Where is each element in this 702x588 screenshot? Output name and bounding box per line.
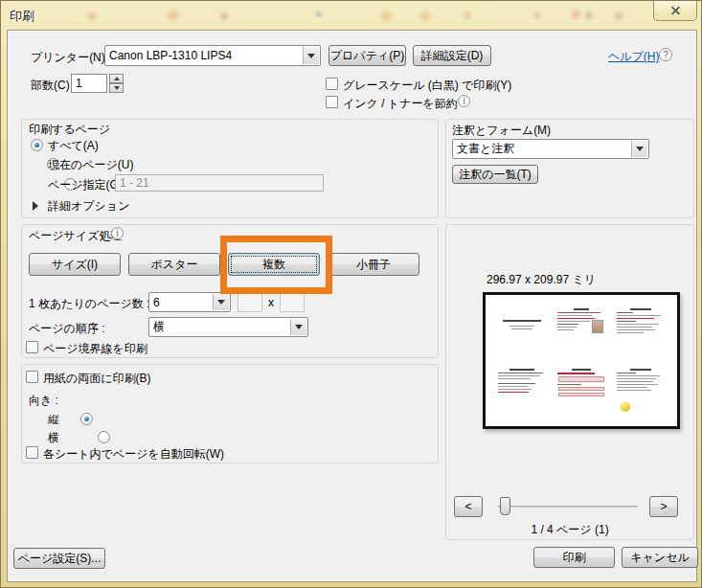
pages-per-sheet-arrow[interactable] bbox=[213, 294, 229, 310]
multiple-button[interactable]: 複数 bbox=[228, 253, 320, 276]
slide-smiley-icon bbox=[621, 402, 630, 412]
spinner-down-icon bbox=[114, 86, 120, 90]
preview-slider-thumb[interactable] bbox=[500, 497, 510, 515]
duplex-label: 用紙の両面に印刷(B) bbox=[43, 371, 151, 387]
ink-saver-label: インク / トナーを節約 bbox=[343, 96, 458, 112]
ink-saver-checkbox[interactable] bbox=[326, 96, 338, 108]
copies-spin-up[interactable] bbox=[109, 74, 124, 83]
page-order-select[interactable]: 横 bbox=[148, 317, 308, 337]
help-link[interactable]: ヘルプ(H) bbox=[608, 49, 660, 65]
preview-slide bbox=[555, 305, 608, 357]
radio-all-pages[interactable] bbox=[31, 139, 43, 151]
all-pages-label: すべて(A) bbox=[48, 138, 99, 154]
slide-photo bbox=[592, 320, 603, 333]
comments-forms-arrow[interactable] bbox=[631, 141, 647, 157]
pages-per-sheet-select[interactable]: 6 bbox=[148, 292, 231, 312]
page-border-label: ページ境界線を印刷 bbox=[43, 341, 147, 357]
preview-slide bbox=[495, 305, 549, 357]
advanced-settings-button[interactable]: 詳細設定(D) bbox=[413, 45, 491, 66]
expand-arrow-icon[interactable] bbox=[33, 201, 38, 211]
radio-landscape[interactable] bbox=[98, 431, 110, 443]
sizing-info-icon: i bbox=[111, 227, 124, 239]
page-border-checkbox[interactable] bbox=[26, 341, 38, 353]
more-options-label[interactable]: 詳細オプション bbox=[48, 198, 129, 215]
page-order-arrow[interactable] bbox=[290, 319, 306, 335]
printer-value: Canon LBP-1310 LIPS4 bbox=[105, 47, 302, 64]
properties-button[interactable]: プロパティ(P) bbox=[328, 45, 406, 66]
preview-slide bbox=[555, 365, 608, 418]
page-order-label: ページの順序 : bbox=[29, 321, 105, 337]
page-position-label: 1 / 4 ページ (1) bbox=[493, 522, 646, 538]
page-range-input[interactable] bbox=[115, 174, 324, 192]
page-order-value: 横 bbox=[149, 317, 289, 337]
cancel-button[interactable]: キャンセル bbox=[622, 547, 698, 568]
pages-per-sheet-value: 6 bbox=[149, 294, 212, 311]
preview-slide bbox=[495, 365, 549, 418]
grayscale-checkbox[interactable] bbox=[326, 78, 338, 90]
page-sizing-group bbox=[21, 224, 439, 358]
booklet-button[interactable]: 小冊子 bbox=[328, 253, 419, 276]
copies-spin-down[interactable] bbox=[109, 83, 124, 93]
times-label: x bbox=[268, 296, 274, 309]
info-icon: i bbox=[458, 95, 470, 107]
portrait-label: 縦 bbox=[48, 412, 59, 428]
custom-cols-input bbox=[238, 292, 262, 312]
spinner-up-icon bbox=[114, 77, 120, 80]
page-sizing-title: ページサイズ処理 bbox=[29, 228, 122, 244]
comments-forms-select[interactable]: 文書と注釈 bbox=[452, 139, 649, 159]
pages-per-sheet-label: 1 枚あたりのページ数 : bbox=[29, 296, 149, 312]
dialog-body: プリンター(N) : Canon LBP-1310 LIPS4 プロパティ(P)… bbox=[7, 30, 697, 582]
page-range-label: ページ指定(G) bbox=[48, 177, 123, 193]
poster-button[interactable]: ポスター bbox=[128, 253, 220, 276]
print-button[interactable]: 印刷 bbox=[533, 547, 615, 568]
paper-size-label: 296.97 x 209.97 ミリ bbox=[464, 272, 618, 288]
help-icon[interactable]: ? bbox=[659, 48, 672, 61]
duplex-checkbox[interactable] bbox=[26, 371, 38, 383]
autorotate-label: 各シート内でページを自動回転(W) bbox=[43, 446, 224, 463]
print-preview-page bbox=[483, 292, 680, 429]
chevron-down-icon bbox=[307, 54, 315, 58]
copies-input[interactable] bbox=[71, 74, 107, 93]
grayscale-label: グレースケール (白黒) で印刷(Y) bbox=[343, 78, 511, 94]
window-title: 印刷 bbox=[10, 8, 34, 25]
copies-label: 部数(C) : bbox=[31, 78, 76, 94]
printer-select[interactable]: Canon LBP-1310 LIPS4 bbox=[104, 45, 321, 66]
summarize-comments-button[interactable]: 注釈の一覧(T) bbox=[452, 165, 538, 184]
next-page-button[interactable]: > bbox=[649, 496, 678, 517]
close-icon bbox=[670, 6, 681, 16]
pages-to-print-title: 印刷するページ bbox=[29, 122, 110, 138]
printer-label: プリンター(N) : bbox=[31, 50, 111, 66]
preview-slide bbox=[614, 305, 668, 357]
current-page-label: 現在のページ(U) bbox=[48, 157, 134, 173]
size-button[interactable]: サイズ(I) bbox=[29, 253, 121, 276]
chevron-down-icon bbox=[636, 147, 644, 151]
chevron-down-icon bbox=[295, 325, 303, 329]
titlebar[interactable]: 印刷 bbox=[1, 1, 702, 30]
page-setup-button[interactable]: ページ設定(S)... bbox=[13, 548, 105, 569]
autorotate-checkbox[interactable] bbox=[26, 446, 38, 459]
close-button[interactable] bbox=[653, 1, 697, 21]
printer-dropdown-arrow[interactable] bbox=[303, 47, 319, 64]
preview-slider-track[interactable] bbox=[498, 506, 638, 508]
orientation-label: 向き : bbox=[29, 393, 58, 409]
comments-forms-value: 文書と注釈 bbox=[453, 139, 630, 159]
print-dialog-window: 印刷 プリンター(N) : Canon LBP-1310 LIPS4 プロパティ… bbox=[0, 0, 702, 588]
landscape-label: 横 bbox=[48, 430, 59, 446]
comments-forms-title: 注釈とフォーム(M) bbox=[452, 123, 551, 139]
custom-rows-input bbox=[280, 292, 305, 312]
chevron-down-icon bbox=[217, 300, 225, 305]
preview-slide bbox=[614, 365, 668, 418]
previous-page-button[interactable]: < bbox=[454, 496, 483, 517]
